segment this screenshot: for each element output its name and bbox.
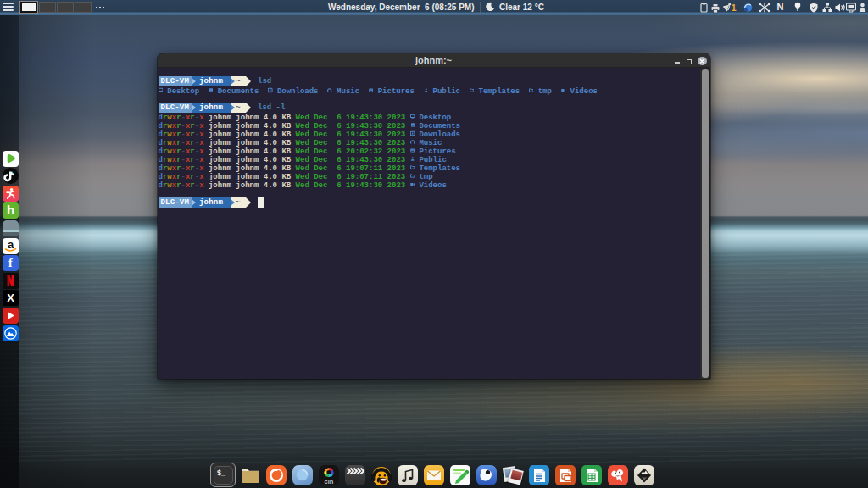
svg-text:cin: cin xyxy=(324,478,333,485)
